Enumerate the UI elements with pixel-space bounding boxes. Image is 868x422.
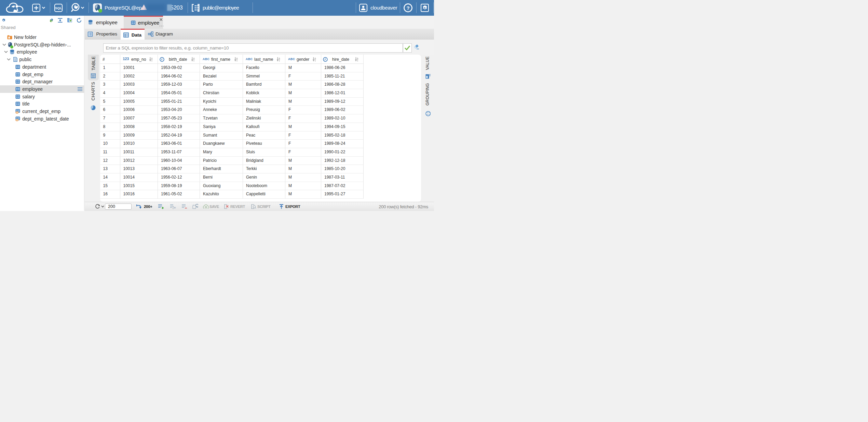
svg-text:?: ? — [406, 5, 409, 11]
svg-text:(+): (+) — [173, 206, 176, 209]
